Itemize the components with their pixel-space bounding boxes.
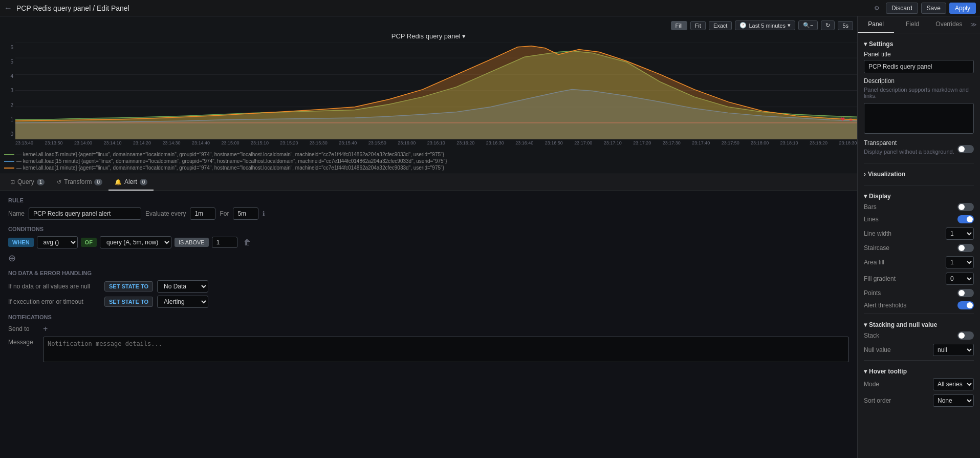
- alert-thresholds-toggle[interactable]: [957, 301, 974, 309]
- transform-icon: ↺: [57, 179, 61, 185]
- of-badge: OF: [81, 238, 97, 247]
- exact-button[interactable]: Exact: [709, 21, 732, 30]
- graph-title[interactable]: PCP Redis query panel ▾: [0, 32, 857, 42]
- right-tab-panel[interactable]: Panel: [858, 16, 894, 33]
- threshold-input[interactable]: [212, 237, 237, 248]
- display-body: Bars Lines Line width 123: [864, 203, 974, 309]
- display-chevron: ▾: [864, 193, 867, 200]
- main-layout: Fill Fit Exact 🕐 Last 5 minutes ▾ 🔍− ↻ 5…: [0, 16, 980, 458]
- stack-toggle[interactable]: [957, 331, 974, 340]
- line-width-label: Line width: [864, 230, 891, 237]
- staircase-row: Staircase: [864, 244, 974, 252]
- settings-section-header[interactable]: ▾ Settings: [864, 37, 974, 51]
- zoom-out-button[interactable]: 🔍−: [798, 20, 818, 30]
- points-toggle[interactable]: [957, 289, 974, 297]
- fit-button[interactable]: Fit: [690, 21, 706, 30]
- gear-icon[interactable]: ⚙: [874, 5, 880, 12]
- fill-button[interactable]: Fill: [671, 21, 687, 30]
- lines-toggle[interactable]: [957, 215, 974, 223]
- conditions-section: Conditions WHEN avg () OF query (A, 5m, …: [8, 226, 849, 264]
- visualization-chevron: ›: [864, 171, 866, 178]
- bars-slider: [957, 203, 974, 211]
- points-row: Points: [864, 289, 974, 297]
- mode-select[interactable]: All seriesSingle: [933, 378, 974, 390]
- stacking-label: Stacking and null value: [869, 321, 937, 328]
- bars-toggle[interactable]: [957, 203, 974, 211]
- panel-title-input[interactable]: [864, 60, 974, 73]
- tab-alert[interactable]: 🔔 Alert 0: [108, 174, 154, 191]
- graph-toolbar: Fill Fit Exact 🕐 Last 5 minutes ▾ 🔍− ↻ 5…: [0, 20, 857, 32]
- bars-label: Bars: [864, 203, 877, 211]
- add-condition-button[interactable]: ⊕: [8, 253, 16, 264]
- refresh-rate-button[interactable]: 5s: [838, 21, 853, 30]
- time-picker[interactable]: 🕐 Last 5 minutes ▾: [735, 20, 795, 30]
- add-notification-button[interactable]: +: [43, 324, 48, 334]
- null-value-select[interactable]: nullconnectednull as zero: [933, 344, 974, 356]
- y-label-0: 0: [2, 131, 13, 137]
- transparent-toggle[interactable]: [957, 145, 974, 153]
- top-actions: ⚙ Discard Save Apply: [874, 3, 976, 14]
- rule-section: Rule Name Evaluate every For ℹ: [8, 197, 849, 220]
- graph-canvas: 6 5 4 3 2 1 0: [0, 42, 857, 150]
- area-fill-select[interactable]: 123: [946, 256, 974, 268]
- evaluate-label: Evaluate every: [145, 210, 186, 217]
- legend-item-1: — kernel.all.load[5 minute] {agent="linu…: [4, 152, 853, 157]
- fill-gradient-row: Fill gradient 012: [864, 273, 974, 285]
- send-to-label: Send to: [8, 325, 39, 332]
- legend-item-3: — kernel.all.load[1 minute] {agent="linu…: [4, 165, 853, 171]
- set-state-btn-1[interactable]: SET STATE TO: [104, 281, 153, 292]
- divider-2: [864, 185, 974, 185]
- hover-section-header[interactable]: ▾ Hover tooltip: [864, 365, 974, 378]
- func-select[interactable]: avg (): [37, 236, 78, 248]
- query-select[interactable]: query (A, 5m, now): [100, 236, 171, 248]
- message-input[interactable]: [43, 337, 849, 362]
- right-tab-field[interactable]: Field: [894, 16, 930, 33]
- right-tabs: Panel Field Overrides: [858, 16, 967, 33]
- rule-name-input[interactable]: [29, 207, 141, 220]
- no-data-state-select[interactable]: No Data Alerting Keep State Ok: [157, 280, 208, 293]
- graph-area: Fill Fit Exact 🕐 Last 5 minutes ▾ 🔍− ↻ 5…: [0, 16, 857, 174]
- settings-body: Panel title Description Panel descriptio…: [864, 51, 974, 159]
- legend-line-1: [4, 154, 14, 155]
- query-icon: ⊡: [10, 179, 15, 185]
- stacking-chevron: ▾: [864, 321, 867, 328]
- lines-slider: [957, 215, 974, 223]
- evaluate-input[interactable]: [190, 207, 215, 220]
- stacking-section-header[interactable]: ▾ Stacking and null value: [864, 318, 974, 331]
- right-tab-overrides[interactable]: Overrides: [931, 16, 967, 33]
- alert-thresholds-row: Alert thresholds: [864, 301, 974, 309]
- x-axis: 23:13:40 23:13:50 23:14:00 23:14:10 23:1…: [15, 139, 857, 150]
- panel-description-input[interactable]: [864, 103, 974, 134]
- no-data-row1-label: If no data or all values are null: [8, 283, 100, 290]
- tab-query-badge: 1: [37, 179, 45, 185]
- error-state-select[interactable]: Alerting No Data Keep State Ok: [157, 296, 208, 308]
- message-label: Message: [8, 337, 39, 346]
- clock-icon: 🕐: [739, 22, 747, 29]
- fill-gradient-select[interactable]: 012: [946, 273, 974, 285]
- name-label: Name: [8, 210, 25, 217]
- graph-legend: — kernel.all.load[5 minute] {agent="linu…: [0, 150, 857, 174]
- right-panel: Panel Field Overrides ≫ ▾ Settings Panel…: [857, 16, 980, 458]
- sort-order-select[interactable]: NoneAscendingDescending: [933, 394, 974, 407]
- area-fill-label: Area fill: [864, 259, 884, 266]
- y-label-3: 3: [2, 88, 13, 93]
- expand-icon[interactable]: ≫: [967, 17, 980, 32]
- tab-query[interactable]: ⊡ Query 1: [4, 174, 51, 191]
- set-state-btn-2[interactable]: SET STATE TO: [104, 297, 153, 307]
- lines-label: Lines: [864, 216, 879, 223]
- line-width-select[interactable]: 12345: [946, 227, 974, 240]
- tab-transform[interactable]: ↺ Transform 0: [51, 174, 108, 191]
- apply-button[interactable]: Apply: [949, 3, 976, 14]
- for-input[interactable]: [233, 207, 258, 220]
- back-button[interactable]: ←: [4, 4, 12, 13]
- left-panel: Fill Fit Exact 🕐 Last 5 minutes ▾ 🔍− ↻ 5…: [0, 16, 857, 458]
- no-data-row-1: If no data or all values are null SET ST…: [8, 280, 849, 293]
- save-button[interactable]: Save: [921, 3, 946, 14]
- staircase-toggle[interactable]: [957, 244, 974, 252]
- visualization-section-header[interactable]: › Visualization: [864, 168, 974, 181]
- discard-button[interactable]: Discard: [886, 3, 918, 14]
- refresh-button[interactable]: ↻: [821, 20, 835, 30]
- display-section-header[interactable]: ▾ Display: [864, 190, 974, 203]
- delete-condition-button[interactable]: 🗑: [241, 237, 254, 247]
- legend-text-1: — kernel.all.load[5 minute] {agent="linu…: [16, 152, 444, 157]
